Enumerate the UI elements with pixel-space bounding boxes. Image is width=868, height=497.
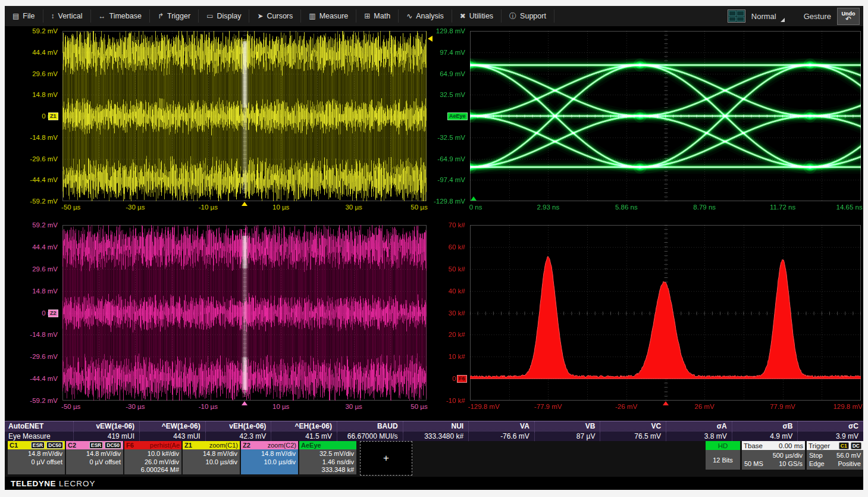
menu-item-support[interactable]: ⓘSupport bbox=[502, 10, 554, 23]
descriptor-box-aeeye[interactable]: AeEye32.5 mV/div1.46 ns/div333.348 k# bbox=[299, 441, 356, 474]
descriptor-line: 14.8 mV/div bbox=[241, 450, 296, 458]
y-tick-label: 29.6 mV bbox=[32, 70, 58, 77]
descriptor-box-z1[interactable]: Z1zoom(C1)14.8 mV/div10.0 µs/div bbox=[183, 441, 240, 474]
trigger-header: Trigger C1 DC bbox=[807, 441, 863, 450]
y-tick-label: 10 k# bbox=[449, 353, 465, 360]
hd-descriptor-box[interactable]: HD 12 Bits bbox=[706, 441, 740, 470]
descriptor-box-c2[interactable]: C2ESRDC5014.8 mV/div0 µV offset bbox=[66, 441, 123, 474]
descriptor-line: 1.46 ns/div bbox=[299, 458, 354, 467]
measure-col-header[interactable]: AutoENET bbox=[5, 421, 73, 431]
undo-button[interactable]: Undo ↶ bbox=[837, 8, 860, 25]
trigger-title: Trigger bbox=[809, 442, 830, 449]
menu-item-display[interactable]: ▭Display bbox=[199, 10, 249, 23]
grid-view-button[interactable] bbox=[728, 10, 745, 23]
measure-col-header[interactable]: VC bbox=[600, 421, 666, 431]
trigger-position-marker[interactable] bbox=[242, 202, 247, 206]
waveform-grid-bottom_left[interactable] bbox=[62, 225, 427, 401]
undo-arrow-icon: ↶ bbox=[845, 16, 851, 22]
channel-badge-esr: ESR bbox=[89, 442, 103, 449]
cursors-icon: ➤ bbox=[257, 12, 263, 20]
measure-col-header[interactable]: σC bbox=[797, 421, 863, 431]
descriptor-box-z2[interactable]: Z2zoom(C2)14.8 mV/div10.0 µs/div bbox=[241, 441, 298, 474]
y-tick-label: 14.8 mV bbox=[32, 287, 58, 295]
y-tick-label: -32.5 mV bbox=[437, 134, 465, 141]
y-tick-label: 14.8 mV bbox=[32, 91, 58, 98]
y-tick-label: -44.4 mV bbox=[30, 375, 58, 382]
file-icon: ▤ bbox=[12, 12, 19, 20]
menu-item-utilities[interactable]: ✖Utilities bbox=[452, 10, 502, 23]
trigger-descriptor-box[interactable]: Trigger C1 DC Stop 56.0 mV Edge Positive bbox=[807, 441, 863, 470]
descriptor-box-f6[interactable]: F6perhist(Ae10.0 k#/div26.0 mV/div6.0002… bbox=[124, 441, 181, 474]
x-tick-label: 2.93 ns bbox=[537, 204, 560, 211]
utilities-icon: ✖ bbox=[460, 12, 466, 20]
gesture-button[interactable]: Gesture bbox=[804, 12, 831, 21]
y-tick-label: -129.8 mV bbox=[434, 198, 465, 205]
trigger-position-marker[interactable] bbox=[663, 401, 669, 405]
descriptor-line: 14.8 mV/div bbox=[183, 450, 237, 458]
timebase-delay-value: 0.00 ms bbox=[779, 442, 803, 449]
waveform-grid-bottom_right[interactable] bbox=[470, 225, 861, 401]
descriptor-box-c1[interactable]: C1ESRDC5014.8 mV/div0 µV offset bbox=[8, 441, 65, 474]
measure-col-header[interactable]: σB bbox=[732, 421, 798, 431]
menu-item-measure[interactable]: ▥Measure bbox=[301, 10, 356, 23]
x-tick-label: 14.65 ns bbox=[836, 204, 863, 211]
y-tick-label: 44.4 mV bbox=[32, 243, 58, 251]
y-tick-label: 32.5 mV bbox=[440, 91, 465, 98]
channel-badge-dc50: DC50 bbox=[105, 442, 121, 449]
measure-col-header[interactable]: VB bbox=[534, 421, 600, 431]
menu-item-vertical[interactable]: ↕Vertical bbox=[43, 10, 91, 23]
descriptor-header: C1ESRDC50 bbox=[8, 441, 65, 449]
timebase-samplerate: 10 GS/s bbox=[779, 460, 803, 468]
channel-title-label: zoom(C1) bbox=[209, 442, 238, 449]
timebase-body: 500 µs/div 50 MS 10 GS/s bbox=[742, 450, 805, 470]
add-trace-button[interactable]: + bbox=[360, 441, 412, 476]
timebase-descriptor-box[interactable]: Tbase 0.00 ms 500 µs/div 50 MS 10 GS/s bbox=[742, 441, 805, 470]
waveform-grid-top_right[interactable] bbox=[470, 31, 861, 201]
menu-item-trigger[interactable]: ↱Trigger bbox=[150, 10, 199, 23]
descriptor-line: 6.000264 M# bbox=[124, 466, 179, 474]
measure-col-header[interactable]: vEW(1e-06) bbox=[73, 421, 139, 431]
descriptor-row: C1ESRDC5014.8 mV/div0 µV offsetC2ESRDC50… bbox=[5, 441, 863, 477]
x-tick-label: 8.79 ns bbox=[693, 204, 716, 211]
menu-item-cursors[interactable]: ➤Cursors bbox=[249, 10, 301, 23]
measure-col-header[interactable]: ^EH(1e-06) bbox=[271, 421, 337, 431]
brand-lecroy: LECROY bbox=[59, 479, 96, 488]
trigger-position-marker[interactable] bbox=[242, 401, 247, 405]
grid-cell-icon bbox=[729, 17, 737, 22]
menu-item-timebase[interactable]: ↔Timebase bbox=[91, 10, 150, 23]
display-mode-dropdown[interactable]: Normal bbox=[750, 10, 786, 23]
x-tick-label: -30 µs bbox=[126, 403, 145, 410]
menu-item-math[interactable]: ⊞Math bbox=[356, 10, 399, 23]
channel-id-label: C1 bbox=[10, 442, 18, 449]
menu-bar: ▤File↕Vertical↔Timebase↱Trigger▭Display➤… bbox=[5, 6, 863, 27]
hd-body: 12 Bits bbox=[706, 450, 740, 470]
y-tick-label: -14.8 mV bbox=[30, 134, 58, 141]
x-tick-label: 50 µs bbox=[411, 403, 427, 410]
level-indicator-aeeye[interactable]: AeEye bbox=[447, 112, 468, 120]
measure-col-header[interactable]: vEH(1e-06) bbox=[205, 421, 271, 431]
measure-col-header[interactable]: BAUD bbox=[337, 421, 403, 431]
y-tick-label: -59.2 mV bbox=[30, 397, 58, 404]
y-axis-labels-bottom_right: 70 k#60 k#50 k#40 k#30 k#20 k#10 k#0 k#-… bbox=[416, 225, 468, 401]
level-indicator-z2[interactable]: Z2 bbox=[48, 310, 58, 317]
measure-col-header[interactable]: VA bbox=[468, 421, 534, 431]
timebase-title: Tbase bbox=[744, 442, 763, 449]
waveform-grid-top_left[interactable] bbox=[62, 31, 427, 201]
level-indicator-z1[interactable]: Z1 bbox=[48, 112, 58, 120]
descriptor-body: 14.8 mV/div0 µV offset bbox=[8, 449, 65, 474]
level-indicator-f6[interactable]: F6 bbox=[457, 375, 467, 383]
timebase-icon: ↔ bbox=[99, 12, 106, 20]
trigger-level-marker[interactable] bbox=[428, 36, 433, 42]
menu-item-file[interactable]: ▤File bbox=[5, 10, 43, 23]
measure-col-header[interactable]: NUI bbox=[403, 421, 469, 431]
menu-item-analysis[interactable]: ∿Analysis bbox=[399, 10, 452, 23]
channel-badge-esr: ESR bbox=[31, 442, 45, 449]
hd-bits-label: 12 Bits bbox=[713, 456, 733, 464]
x-tick-label: 26 mV bbox=[695, 403, 715, 410]
grid-cell-icon bbox=[729, 11, 737, 16]
trigger-level: 56.0 mV bbox=[836, 451, 861, 460]
trigger-type: Edge bbox=[809, 460, 825, 468]
y-tick-label: 59.2 mV bbox=[32, 27, 58, 35]
measure-col-header[interactable]: ^EW(1e-06) bbox=[139, 421, 205, 431]
measure-col-header[interactable]: σA bbox=[666, 421, 732, 431]
